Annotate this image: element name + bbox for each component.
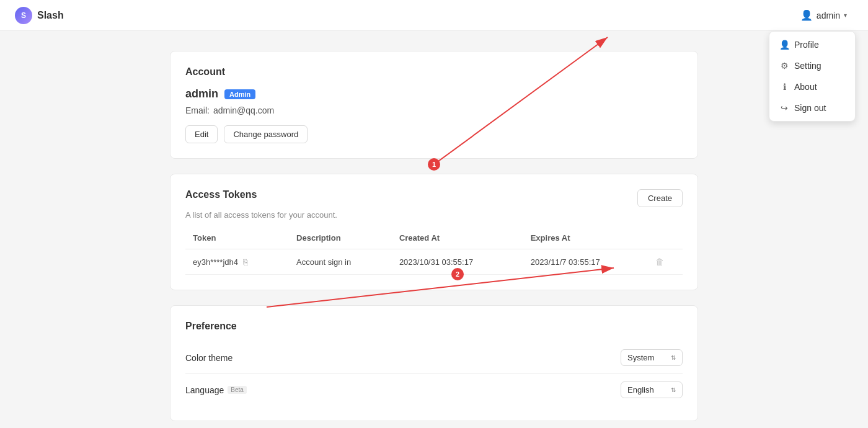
col-description: Description <box>289 227 392 249</box>
copy-icon[interactable]: ⎘ <box>243 257 248 267</box>
token-delete-cell: 🗑 <box>648 249 683 275</box>
create-token-button[interactable]: Create <box>637 189 683 207</box>
color-theme-row: Color theme System ⇅ <box>185 342 683 374</box>
logo[interactable]: S Slash <box>15 7 64 24</box>
info-icon: ℹ <box>779 82 789 92</box>
col-token: Token <box>185 227 289 249</box>
dropdown-item-about[interactable]: ℹ About <box>769 76 855 97</box>
col-expires-at: Expires At <box>523 227 648 249</box>
tokens-title-block: Access Tokens A list of all access token… <box>185 189 337 220</box>
account-email-row: Email: admin@qq.com <box>185 105 683 115</box>
tokens-header: Access Tokens A list of all access token… <box>185 189 683 220</box>
account-actions: Edit Change password <box>185 125 683 143</box>
color-theme-value: System <box>627 353 654 362</box>
delete-token-icon[interactable]: 🗑 <box>655 257 664 267</box>
tokens-description: A list of all access tokens for your acc… <box>185 210 337 220</box>
preference-section-title: Preference <box>185 321 683 332</box>
account-name: admin <box>185 87 218 100</box>
admin-badge: Admin <box>224 89 255 99</box>
edit-button[interactable]: Edit <box>185 125 218 143</box>
token-created-at: 2023/10/31 03:55:17 <box>392 249 523 275</box>
col-created-at: Created At <box>392 227 523 249</box>
beta-badge: Beta <box>228 386 247 394</box>
dropdown-item-signout[interactable]: ↪ Sign out <box>769 97 855 118</box>
signout-icon: ↪ <box>779 103 789 113</box>
change-password-button[interactable]: Change password <box>224 125 308 143</box>
account-section: Account admin Admin Email: admin@qq.com … <box>170 51 698 159</box>
select-chevron-icon: ⇅ <box>671 354 676 361</box>
setting-label: Setting <box>794 61 822 71</box>
token-value-cell: ey3h****jdh4 ⎘ <box>185 249 289 275</box>
user-name: admin <box>817 11 840 20</box>
user-menu-trigger[interactable]: 👤 admin ▾ <box>794 6 853 25</box>
logo-text: Slash <box>37 10 64 21</box>
dropdown-item-profile[interactable]: 👤 Profile <box>769 34 855 55</box>
col-actions <box>648 227 683 249</box>
language-label: Language Beta <box>185 385 247 395</box>
token-text: ey3h****jdh4 <box>193 257 238 267</box>
language-select[interactable]: English ⇅ <box>621 381 683 398</box>
table-row: ey3h****jdh4 ⎘ Account sign in 2023/10/3… <box>185 249 683 275</box>
logo-icon: S <box>15 7 32 24</box>
token-expires-at: 2023/11/7 03:55:17 <box>523 249 648 275</box>
language-row: Language Beta English ⇅ <box>185 374 683 406</box>
user-dropdown-menu: 👤 Profile ⚙ Setting ℹ About ↪ Sign out <box>769 31 856 122</box>
header: S Slash 👤 admin ▾ 👤 Profile ⚙ Setting ℹ … <box>0 0 868 31</box>
color-theme-label: Color theme <box>185 353 232 363</box>
color-theme-select[interactable]: System ⇅ <box>621 349 683 366</box>
token-description: Account sign in <box>289 249 392 275</box>
language-select-chevron-icon: ⇅ <box>671 386 676 393</box>
chevron-down-icon: ▾ <box>844 12 847 19</box>
tokens-table-body: ey3h****jdh4 ⎘ Account sign in 2023/10/3… <box>185 249 683 275</box>
profile-icon: 👤 <box>779 40 789 50</box>
language-value: English <box>627 385 654 395</box>
preference-section: Preference Color theme System ⇅ Language… <box>170 305 698 421</box>
main-content: Account admin Admin Email: admin@qq.com … <box>155 31 713 428</box>
tokens-table: Token Description Created At Expires At … <box>185 227 683 275</box>
account-section-title: Account <box>185 66 683 78</box>
tokens-section-title: Access Tokens <box>185 189 337 200</box>
email-label: Email: <box>185 105 210 115</box>
profile-label: Profile <box>794 40 819 50</box>
tokens-table-header: Token Description Created At Expires At <box>185 227 683 249</box>
gear-icon: ⚙ <box>779 61 789 71</box>
user-icon: 👤 <box>800 9 813 21</box>
dropdown-item-setting[interactable]: ⚙ Setting <box>769 55 855 76</box>
access-tokens-section: Access Tokens A list of all access token… <box>170 174 698 290</box>
account-name-row: admin Admin <box>185 87 683 100</box>
signout-label: Sign out <box>794 103 826 113</box>
email-value: admin@qq.com <box>213 105 274 115</box>
about-label: About <box>794 82 817 92</box>
